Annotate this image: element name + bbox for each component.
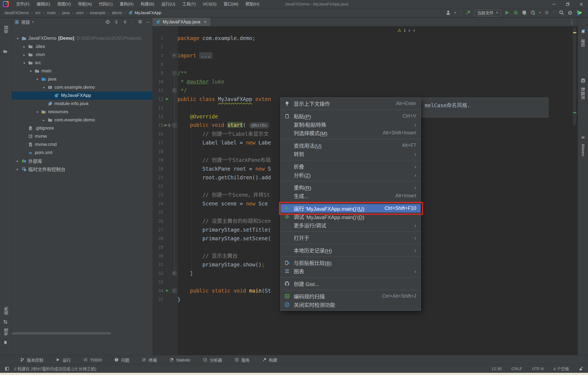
- tree-row[interactable]: mvnw.cmd: [11, 140, 152, 149]
- tree-row[interactable]: mvnw: [11, 132, 152, 140]
- maven-tool-button[interactable]: Maven: [581, 144, 586, 156]
- hide-panel-icon[interactable]: ─: [146, 20, 149, 24]
- tree-chevron-icon[interactable]: ▾: [28, 69, 34, 73]
- tree-chevron-icon[interactable]: ▸: [21, 45, 27, 49]
- context-menu-item[interactable]: 与剪贴板比较(B): [281, 259, 421, 267]
- context-menu-item[interactable]: 调试 'MyJavaFXApp.main()'(D): [281, 213, 421, 221]
- project-panel-title[interactable]: 项目: [21, 19, 30, 25]
- profiler-dropdown-icon[interactable]: ▾: [539, 11, 541, 14]
- code-line[interactable]: 1package com.example.demo;: [152, 34, 578, 42]
- inspections-widget[interactable]: ⚠ 1 ∧ ∨: [397, 28, 415, 33]
- context-menu-item[interactable]: 转到›: [281, 150, 421, 158]
- tree-chevron-icon[interactable]: ▸: [41, 118, 47, 122]
- debug-button[interactable]: [513, 10, 518, 15]
- code-line[interactable]: 8: [152, 60, 578, 69]
- lock-icon[interactable]: [579, 367, 583, 371]
- menubar-item[interactable]: 构建(B): [137, 0, 158, 8]
- database-tool-button[interactable]: 数据库: [580, 87, 586, 100]
- prev-warning-icon[interactable]: ∧: [408, 28, 411, 32]
- tree-chevron-icon[interactable]: ▸: [15, 167, 21, 171]
- context-menu-item[interactable]: 关闭实时检测功能: [281, 300, 421, 309]
- tool-window-button[interactable]: TODO: [83, 358, 102, 362]
- run-configuration-select[interactable]: 当前文件▾: [474, 9, 501, 16]
- fold-marker[interactable]: ∧: [172, 88, 176, 93]
- menubar-item[interactable]: 重构(R): [116, 0, 137, 8]
- tree-chevron-icon[interactable]: ▾: [41, 85, 47, 90]
- menubar-item[interactable]: 文件(F): [13, 0, 33, 8]
- menubar-item[interactable]: 视图(V): [54, 0, 74, 8]
- menubar-item[interactable]: 帮助(H): [242, 0, 263, 8]
- breadcrumb-item[interactable]: JavaFXDemo: [3, 10, 30, 15]
- search-everywhere-icon[interactable]: [559, 10, 564, 15]
- context-menu-item[interactable]: 编码规约扫描Ctrl+Alt+Shift+J: [281, 292, 421, 300]
- user-icon[interactable]: [446, 10, 451, 15]
- tree-chevron-icon[interactable]: ▾: [15, 36, 21, 41]
- run-gutter-icon[interactable]: [165, 289, 169, 293]
- breadcrumb-item[interactable]: src: [34, 10, 41, 15]
- context-menu-item[interactable]: 运行 'MyJavaFXApp.main()'(U)Ctrl+Shift+F10: [281, 204, 421, 213]
- breadcrumb-item[interactable]: java: [61, 10, 71, 15]
- context-menu-item[interactable]: 显示上下文操作Alt+Enter: [281, 99, 421, 108]
- tool-window-button[interactable]: 构建: [262, 357, 277, 363]
- tool-window-button[interactable]: 终端: [142, 357, 157, 363]
- fold-marker[interactable]: −: [172, 71, 176, 75]
- tool-window-button[interactable]: 服务: [235, 357, 250, 363]
- breadcrumb-item[interactable]: CMyJavaFXApp: [128, 10, 162, 15]
- code-line[interactable]: 3+import ...: [152, 51, 578, 60]
- menubar-item[interactable]: 导航(N): [74, 0, 95, 8]
- next-warning-icon[interactable]: ∨: [413, 28, 415, 32]
- tree-chevron-icon[interactable]: ▸: [21, 53, 27, 57]
- layout-icon[interactable]: [5, 367, 9, 371]
- run-gutter-icon[interactable]: [165, 97, 169, 101]
- context-menu-item[interactable]: 生成...Alt+Insert: [281, 192, 421, 200]
- breadcrumb-item[interactable]: com: [75, 10, 84, 15]
- profiler-button[interactable]: [531, 10, 536, 15]
- panel-settings-icon[interactable]: ⚙: [138, 19, 142, 25]
- menubar-item[interactable]: 编辑(E): [33, 0, 54, 8]
- tool-window-button[interactable]: 运行: [56, 357, 71, 363]
- tree-chevron-icon[interactable]: ▾: [21, 61, 27, 65]
- override-gutter-icon[interactable]: [164, 123, 168, 127]
- fold-marker[interactable]: −: [172, 123, 176, 127]
- tree-chevron-icon[interactable]: ▾: [34, 110, 40, 114]
- editor-tab[interactable]: C MyJavaFXApp.java ✕: [152, 18, 210, 26]
- breadcrumb-item[interactable]: example: [89, 10, 106, 15]
- fold-marker[interactable]: ∧: [172, 271, 176, 275]
- context-menu-item[interactable]: 重构(R)›: [281, 183, 421, 192]
- menubar-item[interactable]: VCS(S): [199, 0, 220, 8]
- bookmark-icon[interactable]: [3, 340, 8, 345]
- tree-row[interactable]: ▸com.example.demo: [11, 116, 152, 124]
- project-tool-button[interactable]: 项目: [0, 25, 11, 33]
- notifications-bell-icon[interactable]: [581, 29, 586, 34]
- build-project-button[interactable]: [465, 10, 471, 15]
- collapse-all-icon[interactable]: [123, 20, 127, 24]
- expand-all-icon[interactable]: [114, 20, 119, 24]
- breadcrumb-item[interactable]: main: [46, 10, 57, 15]
- run-stripe-mark[interactable]: [573, 112, 576, 113]
- coverage-button[interactable]: [522, 10, 527, 15]
- menubar-item[interactable]: 工具(T): [179, 0, 199, 8]
- tree-chevron-icon[interactable]: ▾: [34, 77, 40, 81]
- tree-chevron-icon[interactable]: ▸: [15, 159, 21, 163]
- menubar-item[interactable]: 运行(U): [158, 0, 179, 8]
- restore-icon[interactable]: [561, 0, 574, 8]
- minimize-icon[interactable]: [547, 0, 561, 8]
- breadcrumb-item[interactable]: demo: [111, 10, 123, 15]
- folder-tool-icon[interactable]: [3, 49, 7, 54]
- tool-window-button[interactable]: 分析器: [203, 357, 222, 363]
- notifications-tool-button[interactable]: 通知: [580, 39, 586, 47]
- status-item[interactable]: CRLF: [512, 366, 522, 371]
- fold-marker[interactable]: +: [172, 289, 176, 293]
- tree-row[interactable]: ▸临时文件和控制台: [11, 165, 152, 173]
- database-icon[interactable]: [581, 78, 586, 83]
- tab-close-icon[interactable]: ✕: [204, 20, 207, 24]
- tree-row[interactable]: ▾main: [11, 67, 152, 75]
- context-menu-item[interactable]: 复制/粘贴特殊›: [281, 120, 421, 129]
- context-menu-item[interactable]: 图表›: [281, 267, 421, 275]
- context-menu-item[interactable]: 折叠›: [281, 162, 421, 171]
- scrollbar-thumb[interactable]: [573, 27, 576, 125]
- editor-scrollbar[interactable]: [572, 26, 577, 355]
- stop-button[interactable]: [544, 10, 549, 15]
- context-menu-item[interactable]: 打开于›: [281, 233, 421, 242]
- plugin-logo-icon[interactable]: [576, 10, 583, 16]
